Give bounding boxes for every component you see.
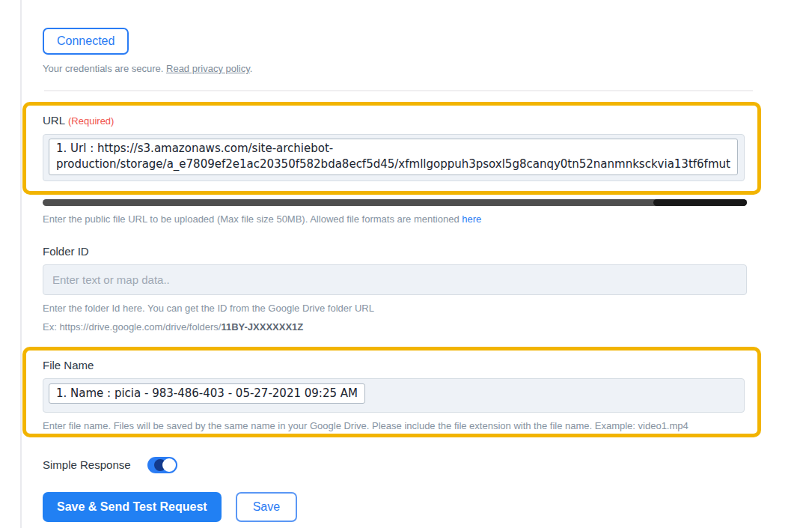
url-value-line1: 1. Url : https://s3.amazonaws.com/site-a… (56, 141, 730, 157)
url-field-label-row: URL(Required) (43, 114, 745, 127)
connected-status-button[interactable]: Connected (43, 28, 129, 55)
url-input-horizontal-scrollbar[interactable] (43, 199, 747, 206)
toggle-knob (162, 458, 176, 472)
url-mapped-value-token[interactable]: 1. Url : https://s3.amazonaws.com/site-a… (49, 139, 738, 175)
save-and-send-test-request-button[interactable]: Save & Send Test Request (43, 492, 222, 522)
file-name-helper-text: Enter file name. Files will be saved by … (43, 419, 745, 433)
url-helper-text: Enter the public file URL to be uploaded… (43, 213, 747, 226)
url-required-badge: (Required) (68, 115, 114, 127)
url-field-label: URL (43, 114, 65, 127)
url-input[interactable]: 1. Url : https://s3.amazonaws.com/site-a… (43, 134, 745, 181)
url-value-line2: production/storage/a_e7809ef2e1ac20350f5… (56, 157, 730, 172)
simple-response-label: Simple Response (43, 458, 131, 471)
simple-response-row: Simple Response (43, 457, 747, 473)
file-name-highlight-box: File Name 1. Name : picia - 983-486-403 … (22, 347, 761, 437)
folder-id-label: Folder ID (43, 245, 747, 258)
folder-id-example-id: 11BY-JXXXXXX1Z (221, 321, 303, 333)
credentials-secure-text: Your credentials are secure. Read privac… (43, 63, 747, 74)
url-helper-label: Enter the public file URL to be uploaded… (43, 213, 462, 225)
file-name-label: File Name (43, 359, 745, 371)
file-name-mapped-value-token[interactable]: 1. Name : picia - 983-486-403 - 05-27-20… (49, 383, 365, 404)
form-actions: Save & Send Test Request Save (43, 492, 747, 522)
secure-line-period: . (250, 63, 253, 74)
panel-left-border (20, 0, 22, 528)
folder-id-example-prefix: Ex: https://drive.google.com/drive/folde… (43, 321, 221, 333)
folder-id-helper-text: Enter the folder Id here. You can get th… (43, 302, 747, 315)
url-field-highlight-box: URL(Required) 1. Url : https://s3.amazon… (22, 102, 761, 195)
file-name-value: 1. Name : picia - 983-486-403 - 05-27-20… (56, 386, 358, 401)
save-button[interactable]: Save (236, 492, 297, 522)
folder-id-example-text: Ex: https://drive.google.com/drive/folde… (43, 321, 747, 334)
file-name-input[interactable]: 1. Name : picia - 983-486-403 - 05-27-20… (43, 378, 745, 413)
privacy-policy-link[interactable]: Read privacy policy (166, 63, 250, 74)
folder-id-input[interactable] (43, 264, 747, 295)
allowed-formats-link[interactable]: here (462, 213, 481, 225)
url-scrollbar-thumb[interactable] (653, 199, 747, 206)
simple-response-toggle[interactable] (147, 457, 177, 473)
action-setup-form: Connected Your credentials are secure. R… (43, 0, 747, 522)
section-divider (44, 90, 753, 91)
credentials-secure-label: Your credentials are secure. (43, 63, 166, 74)
